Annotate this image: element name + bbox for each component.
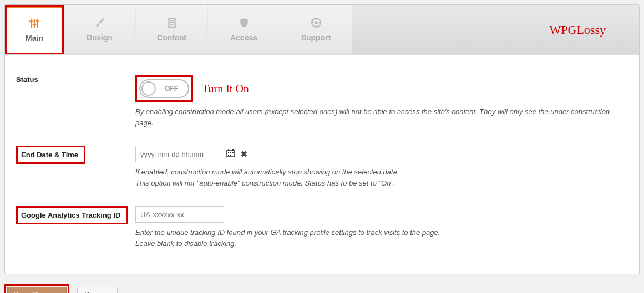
svg-rect-13 bbox=[311, 22, 314, 23]
highlight-save-button: Save Changes bbox=[4, 284, 69, 293]
svg-rect-3 bbox=[33, 24, 37, 25]
status-toggle[interactable]: OFF bbox=[139, 79, 189, 98]
svg-rect-5 bbox=[36, 20, 39, 21]
svg-point-10 bbox=[315, 21, 318, 24]
svg-rect-11 bbox=[315, 18, 316, 20]
settings-form: Status OFF Turn It On bbox=[5, 55, 639, 274]
status-desc-a: By enabling construction mode all users … bbox=[135, 107, 267, 116]
tab-design-label: Design bbox=[87, 33, 113, 42]
svg-rect-0 bbox=[31, 19, 32, 28]
svg-rect-7 bbox=[170, 22, 174, 23]
brand-watermark: WPGLossy bbox=[550, 23, 606, 37]
svg-rect-14 bbox=[318, 22, 321, 23]
status-label: Status bbox=[16, 69, 135, 139]
svg-rect-1 bbox=[29, 21, 33, 22]
brush-icon bbox=[95, 18, 105, 28]
svg-rect-19 bbox=[230, 152, 231, 153]
ga-desc-b: Leave blank to disable tracking. bbox=[135, 239, 236, 248]
status-annotation: Turn It On bbox=[202, 83, 249, 95]
enddate-desc-b: This option will not "auto-enable" const… bbox=[135, 179, 395, 187]
tab-design[interactable]: Design bbox=[64, 5, 136, 54]
sliders-icon bbox=[29, 18, 39, 28]
ga-tracking-input[interactable] bbox=[135, 206, 224, 223]
save-button[interactable]: Save Changes bbox=[7, 287, 67, 293]
settings-panel: Main Design Content Access Support WPGLo… bbox=[4, 4, 640, 274]
enddate-label: End Date & Time bbox=[21, 151, 78, 159]
ga-label: Google Analytics Tracking ID bbox=[21, 211, 120, 219]
tab-support-label: Support bbox=[301, 33, 331, 42]
tab-access-label: Access bbox=[230, 33, 257, 42]
highlight-ga-label: Google Analytics Tracking ID bbox=[16, 206, 128, 224]
ga-description: Enter the unique tracking ID found in yo… bbox=[135, 227, 628, 249]
enddate-input[interactable] bbox=[135, 146, 224, 162]
toggle-knob bbox=[141, 81, 156, 96]
svg-rect-22 bbox=[230, 155, 231, 156]
svg-rect-18 bbox=[228, 152, 229, 153]
toggle-off-label: OFF bbox=[156, 85, 187, 92]
svg-rect-12 bbox=[315, 25, 316, 28]
tab-support[interactable]: Support bbox=[280, 5, 352, 54]
document-icon bbox=[167, 18, 177, 28]
enddate-description: If enabled, construction mode will autom… bbox=[135, 167, 628, 188]
footer-actions: Save Changes Preview bbox=[0, 279, 644, 293]
highlight-tab-main: Main bbox=[5, 5, 64, 54]
tab-main-label: Main bbox=[26, 34, 43, 43]
tab-main[interactable]: Main bbox=[7, 7, 62, 53]
preview-button[interactable]: Preview bbox=[77, 287, 117, 293]
svg-rect-2 bbox=[34, 19, 35, 28]
highlight-enddate-label: End Date & Time bbox=[16, 146, 85, 164]
svg-rect-6 bbox=[170, 20, 174, 21]
svg-rect-8 bbox=[170, 24, 173, 25]
tab-content-label: Content bbox=[157, 33, 186, 42]
shield-icon bbox=[239, 18, 249, 28]
svg-rect-16 bbox=[228, 149, 229, 151]
status-desc-link: except selected ones bbox=[267, 107, 335, 116]
tab-bar: Main Design Content Access Support WPGLo… bbox=[5, 5, 639, 55]
clear-date-icon[interactable]: ✖ bbox=[241, 150, 247, 158]
svg-rect-17 bbox=[232, 149, 234, 151]
calendar-icon[interactable] bbox=[226, 148, 235, 160]
highlight-status-toggle: OFF bbox=[135, 75, 193, 102]
enddate-desc-a: If enabled, construction mode will autom… bbox=[135, 168, 399, 176]
ga-desc-a: Enter the unique tracking ID found in yo… bbox=[135, 228, 440, 237]
lifebuoy-icon bbox=[311, 18, 321, 28]
svg-rect-20 bbox=[232, 152, 234, 153]
status-description: By enabling construction mode all users … bbox=[135, 106, 628, 128]
tab-content[interactable]: Content bbox=[136, 5, 208, 54]
tab-access[interactable]: Access bbox=[208, 5, 280, 54]
svg-rect-21 bbox=[228, 155, 229, 156]
